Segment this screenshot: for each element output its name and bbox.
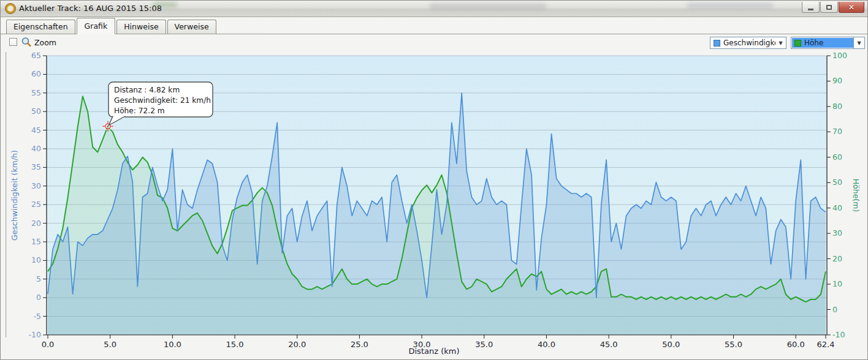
- right-tick-label: 50: [832, 178, 842, 187]
- left-tick-label: 5: [36, 274, 41, 283]
- left-tick-label: 50: [31, 107, 41, 116]
- track-dialog-window: Aktueller Track: 16 AUG 2015 15:08 ✕ Eig…: [0, 0, 868, 360]
- right-tick-label: 0: [832, 305, 837, 314]
- left-tick-label: 20: [31, 219, 41, 228]
- right-tick-label: 90: [832, 76, 842, 85]
- track-chart: 65605550454035302520151050-5-10100908070…: [1, 1, 868, 360]
- left-tick-label: 15: [31, 237, 41, 246]
- left-tick-label: 60: [31, 69, 41, 78]
- tooltip-line: Höhe: 72.2 m: [114, 107, 165, 115]
- tooltip-line: Geschwindigkeit: 21 km/h: [114, 96, 211, 105]
- right-tick-label: 80: [832, 102, 842, 111]
- right-tick-label: 70: [832, 127, 842, 136]
- right-axis-title: Höhe(m): [851, 179, 861, 212]
- x-tick-label: 5.0: [104, 340, 116, 349]
- x-tick-label: 62.4: [817, 340, 835, 349]
- left-tick-label: -10: [29, 330, 41, 339]
- left-axis-title: Geschwindigkeit (km/h): [10, 150, 19, 241]
- left-tick-label: 10: [31, 255, 41, 264]
- panel-groove-highlight: [6, 52, 7, 337]
- x-tick-label: 25.0: [351, 340, 368, 349]
- x-tick-label: 0.0: [42, 340, 55, 349]
- left-tick-label: 35: [31, 162, 41, 171]
- right-tick-label: 10: [832, 279, 842, 288]
- x-tick-label: 15.0: [226, 340, 244, 349]
- x-axis-title: Distanz (km): [409, 347, 460, 356]
- left-tick-label: -5: [34, 312, 41, 321]
- left-tick-label: 45: [31, 126, 41, 135]
- x-tick-label: 10.0: [164, 340, 181, 349]
- x-tick-label: 40.0: [538, 340, 555, 349]
- right-tick-label: 100: [832, 51, 847, 60]
- right-tick-label: 60: [832, 152, 842, 162]
- left-tick-label: 0: [36, 293, 41, 302]
- right-tick-label: -10: [832, 330, 845, 339]
- tab-grafik[interactable]: Grafik: [77, 18, 116, 34]
- x-tick-label: 50.0: [662, 340, 680, 349]
- x-tick-label: 55.0: [725, 340, 742, 349]
- left-tick-label: 55: [31, 88, 41, 97]
- left-tick-label: 40: [31, 144, 41, 153]
- right-tick-label: 40: [832, 203, 842, 212]
- right-tick-label: 20: [832, 254, 842, 263]
- x-tick-label: 45.0: [600, 340, 618, 349]
- right-tick-label: 30: [832, 228, 842, 238]
- left-tick-label: 65: [31, 51, 41, 60]
- left-tick-label: 25: [31, 200, 41, 209]
- tooltip-line: Distanz : 4.82 km: [114, 86, 180, 94]
- x-tick-label: 35.0: [475, 340, 493, 349]
- x-tick-label: 60.0: [787, 340, 805, 349]
- x-tick-label: 20.0: [288, 340, 306, 349]
- left-tick-label: 30: [31, 181, 41, 190]
